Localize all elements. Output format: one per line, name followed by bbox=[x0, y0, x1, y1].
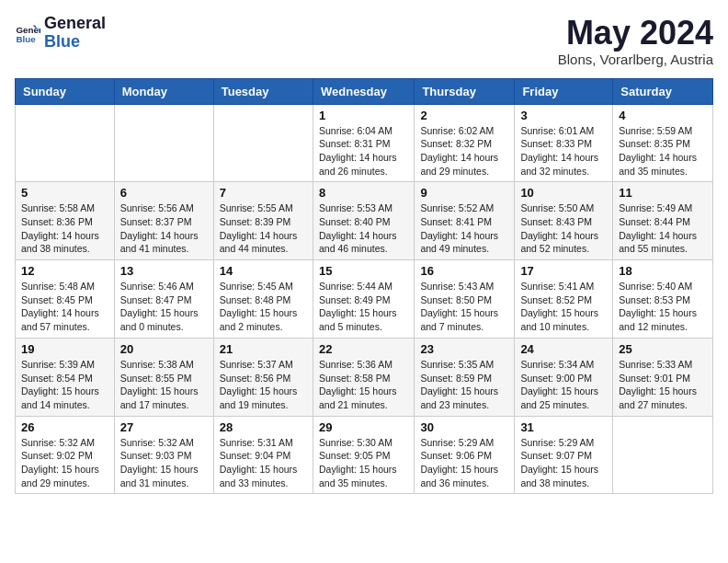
day-number: 31 bbox=[520, 420, 607, 434]
week-row-4: 19Sunrise: 5:39 AM Sunset: 8:54 PM Dayli… bbox=[16, 338, 713, 416]
day-number: 10 bbox=[520, 186, 607, 200]
day-cell: 7Sunrise: 5:55 AM Sunset: 8:39 PM Daylig… bbox=[213, 182, 313, 260]
day-cell: 12Sunrise: 5:48 AM Sunset: 8:45 PM Dayli… bbox=[16, 260, 115, 339]
day-number: 8 bbox=[319, 186, 408, 200]
title-block: May 2024 Blons, Vorarlberg, Austria bbox=[558, 15, 713, 67]
day-cell: 5Sunrise: 5:58 AM Sunset: 8:36 PM Daylig… bbox=[16, 182, 115, 260]
day-info: Sunrise: 5:49 AM Sunset: 8:44 PM Dayligh… bbox=[619, 201, 707, 256]
day-cell: 29Sunrise: 5:30 AM Sunset: 9:05 PM Dayli… bbox=[313, 416, 414, 494]
day-number: 29 bbox=[319, 420, 408, 434]
day-number: 21 bbox=[220, 342, 307, 356]
weekday-header-row: SundayMondayTuesdayWednesdayThursdayFrid… bbox=[16, 78, 713, 104]
day-number: 2 bbox=[420, 109, 508, 122]
day-number: 12 bbox=[21, 264, 108, 278]
day-cell: 1Sunrise: 6:04 AM Sunset: 8:31 PM Daylig… bbox=[313, 104, 414, 182]
logo-blue: Blue bbox=[44, 33, 106, 52]
day-info: Sunrise: 5:39 AM Sunset: 8:54 PM Dayligh… bbox=[21, 358, 108, 412]
day-cell: 25Sunrise: 5:33 AM Sunset: 9:01 PM Dayli… bbox=[613, 338, 713, 416]
day-number: 30 bbox=[420, 420, 508, 434]
day-cell: 31Sunrise: 5:29 AM Sunset: 9:07 PM Dayli… bbox=[515, 416, 613, 494]
logo: General Blue General Blue bbox=[15, 15, 106, 52]
day-cell: 16Sunrise: 5:43 AM Sunset: 8:50 PM Dayli… bbox=[415, 260, 515, 339]
day-number: 23 bbox=[420, 342, 508, 356]
day-info: Sunrise: 5:55 AM Sunset: 8:39 PM Dayligh… bbox=[220, 201, 307, 256]
day-number: 9 bbox=[420, 186, 508, 200]
day-info: Sunrise: 5:31 AM Sunset: 9:04 PM Dayligh… bbox=[220, 436, 307, 490]
day-number: 26 bbox=[21, 420, 108, 434]
day-number: 1 bbox=[319, 109, 408, 122]
day-number: 27 bbox=[120, 420, 208, 434]
day-info: Sunrise: 5:50 AM Sunset: 8:43 PM Dayligh… bbox=[520, 201, 607, 256]
location: Blons, Vorarlberg, Austria bbox=[558, 52, 713, 67]
day-info: Sunrise: 5:40 AM Sunset: 8:53 PM Dayligh… bbox=[619, 280, 707, 334]
day-number: 5 bbox=[21, 186, 108, 200]
day-cell: 8Sunrise: 5:53 AM Sunset: 8:40 PM Daylig… bbox=[313, 182, 414, 260]
svg-text:Blue: Blue bbox=[16, 34, 36, 44]
day-cell bbox=[114, 104, 213, 182]
day-info: Sunrise: 5:41 AM Sunset: 8:52 PM Dayligh… bbox=[520, 280, 607, 334]
day-number: 22 bbox=[319, 342, 408, 356]
day-number: 16 bbox=[420, 264, 508, 278]
logo-icon: General Blue bbox=[15, 20, 40, 46]
header: General Blue General Blue May 2024 Blons… bbox=[15, 15, 713, 67]
day-info: Sunrise: 5:48 AM Sunset: 8:45 PM Dayligh… bbox=[21, 280, 108, 334]
day-number: 28 bbox=[220, 420, 307, 434]
day-cell: 10Sunrise: 5:50 AM Sunset: 8:43 PM Dayli… bbox=[515, 182, 613, 260]
weekday-header-sunday: Sunday bbox=[16, 78, 115, 104]
day-cell bbox=[613, 416, 713, 494]
day-info: Sunrise: 5:32 AM Sunset: 9:02 PM Dayligh… bbox=[21, 436, 108, 490]
day-number: 6 bbox=[120, 186, 208, 200]
day-cell: 6Sunrise: 5:56 AM Sunset: 8:37 PM Daylig… bbox=[114, 182, 213, 260]
day-info: Sunrise: 5:29 AM Sunset: 9:06 PM Dayligh… bbox=[420, 436, 508, 490]
day-number: 7 bbox=[220, 186, 307, 200]
month-year: May 2024 bbox=[558, 15, 713, 52]
day-cell: 9Sunrise: 5:52 AM Sunset: 8:41 PM Daylig… bbox=[415, 182, 515, 260]
day-number: 25 bbox=[619, 342, 707, 356]
day-number: 24 bbox=[520, 342, 607, 356]
day-cell: 2Sunrise: 6:02 AM Sunset: 8:32 PM Daylig… bbox=[415, 104, 515, 182]
day-cell: 14Sunrise: 5:45 AM Sunset: 8:48 PM Dayli… bbox=[213, 260, 313, 339]
day-cell: 17Sunrise: 5:41 AM Sunset: 8:52 PM Dayli… bbox=[515, 260, 613, 339]
day-info: Sunrise: 5:33 AM Sunset: 9:01 PM Dayligh… bbox=[619, 358, 707, 412]
day-cell bbox=[16, 104, 115, 182]
day-number: 11 bbox=[619, 186, 707, 200]
day-cell: 11Sunrise: 5:49 AM Sunset: 8:44 PM Dayli… bbox=[613, 182, 713, 260]
day-cell: 28Sunrise: 5:31 AM Sunset: 9:04 PM Dayli… bbox=[213, 416, 313, 494]
week-row-5: 26Sunrise: 5:32 AM Sunset: 9:02 PM Dayli… bbox=[16, 416, 713, 494]
weekday-header-monday: Monday bbox=[114, 78, 213, 104]
day-info: Sunrise: 5:56 AM Sunset: 8:37 PM Dayligh… bbox=[120, 201, 208, 256]
day-cell: 27Sunrise: 5:32 AM Sunset: 9:03 PM Dayli… bbox=[114, 416, 213, 494]
day-cell: 18Sunrise: 5:40 AM Sunset: 8:53 PM Dayli… bbox=[613, 260, 713, 339]
day-cell: 30Sunrise: 5:29 AM Sunset: 9:06 PM Dayli… bbox=[415, 416, 515, 494]
day-cell: 21Sunrise: 5:37 AM Sunset: 8:56 PM Dayli… bbox=[213, 338, 313, 416]
day-cell bbox=[213, 104, 313, 182]
day-cell: 26Sunrise: 5:32 AM Sunset: 9:02 PM Dayli… bbox=[16, 416, 115, 494]
day-info: Sunrise: 5:58 AM Sunset: 8:36 PM Dayligh… bbox=[21, 201, 108, 256]
day-number: 17 bbox=[520, 264, 607, 278]
day-cell: 3Sunrise: 6:01 AM Sunset: 8:33 PM Daylig… bbox=[515, 104, 613, 182]
weekday-header-tuesday: Tuesday bbox=[213, 78, 313, 104]
day-info: Sunrise: 6:02 AM Sunset: 8:32 PM Dayligh… bbox=[420, 124, 508, 178]
day-info: Sunrise: 5:43 AM Sunset: 8:50 PM Dayligh… bbox=[420, 280, 508, 334]
day-cell: 15Sunrise: 5:44 AM Sunset: 8:49 PM Dayli… bbox=[313, 260, 414, 339]
day-info: Sunrise: 5:34 AM Sunset: 9:00 PM Dayligh… bbox=[520, 358, 607, 412]
day-info: Sunrise: 5:53 AM Sunset: 8:40 PM Dayligh… bbox=[319, 201, 408, 256]
day-info: Sunrise: 5:32 AM Sunset: 9:03 PM Dayligh… bbox=[120, 436, 208, 490]
day-cell: 22Sunrise: 5:36 AM Sunset: 8:58 PM Dayli… bbox=[313, 338, 414, 416]
day-info: Sunrise: 5:35 AM Sunset: 8:59 PM Dayligh… bbox=[420, 358, 508, 412]
weekday-header-friday: Friday bbox=[515, 78, 613, 104]
day-cell: 23Sunrise: 5:35 AM Sunset: 8:59 PM Dayli… bbox=[415, 338, 515, 416]
day-info: Sunrise: 5:37 AM Sunset: 8:56 PM Dayligh… bbox=[220, 358, 307, 412]
calendar: SundayMondayTuesdayWednesdayThursdayFrid… bbox=[15, 78, 713, 495]
day-cell: 19Sunrise: 5:39 AM Sunset: 8:54 PM Dayli… bbox=[16, 338, 115, 416]
day-info: Sunrise: 5:38 AM Sunset: 8:55 PM Dayligh… bbox=[120, 358, 208, 412]
day-number: 13 bbox=[120, 264, 208, 278]
day-cell: 4Sunrise: 5:59 AM Sunset: 8:35 PM Daylig… bbox=[613, 104, 713, 182]
day-info: Sunrise: 5:29 AM Sunset: 9:07 PM Dayligh… bbox=[520, 436, 607, 490]
day-info: Sunrise: 6:01 AM Sunset: 8:33 PM Dayligh… bbox=[520, 124, 607, 178]
day-info: Sunrise: 5:30 AM Sunset: 9:05 PM Dayligh… bbox=[319, 436, 408, 490]
day-number: 15 bbox=[319, 264, 408, 278]
day-info: Sunrise: 5:52 AM Sunset: 8:41 PM Dayligh… bbox=[420, 201, 508, 256]
day-info: Sunrise: 5:36 AM Sunset: 8:58 PM Dayligh… bbox=[319, 358, 408, 412]
day-cell: 24Sunrise: 5:34 AM Sunset: 9:00 PM Dayli… bbox=[515, 338, 613, 416]
